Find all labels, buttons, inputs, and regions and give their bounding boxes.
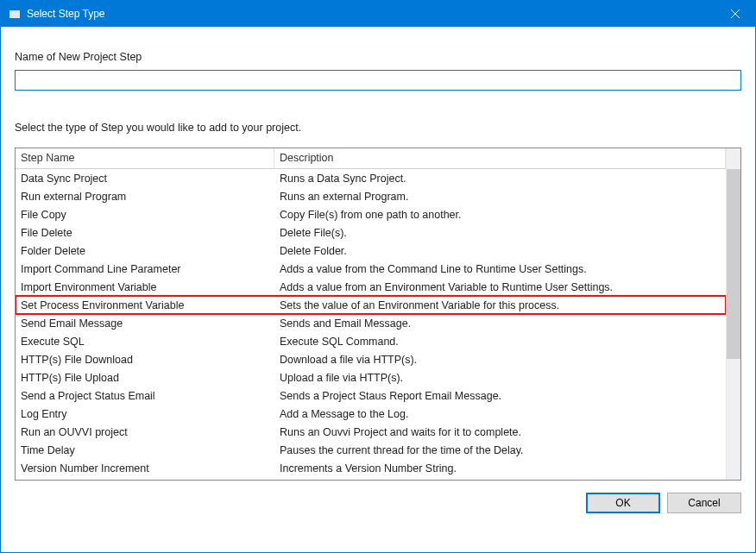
step-desc-cell: Sends a Project Staus Report Email Messa…: [274, 389, 726, 403]
step-name-cell: Version Number Increment: [16, 462, 274, 475]
table-row[interactable]: Data Sync ProjectRuns a Data Sync Projec…: [16, 169, 726, 187]
step-name-cell: Import Command Line Parameter: [16, 262, 274, 276]
step-desc-cell: Copy File(s) from one path to another.: [274, 208, 726, 222]
cancel-button[interactable]: Cancel: [667, 493, 741, 513]
step-desc-cell: Execute SQL Command.: [274, 335, 726, 349]
ok-button[interactable]: OK: [586, 493, 660, 513]
step-desc-cell: Adds a value from the Command Line to Ru…: [274, 262, 726, 276]
step-desc-cell: Pauses the current thread for the time o…: [274, 443, 726, 457]
step-name-cell: HTTP(s) File Download: [16, 353, 274, 367]
table-row[interactable]: Time DelayPauses the current thread for …: [16, 441, 726, 459]
step-name-cell: Log Entry: [16, 407, 274, 421]
table-row[interactable]: File CopyCopy File(s) from one path to a…: [16, 205, 726, 223]
step-name-cell: Set Process Environment Variable: [16, 298, 274, 312]
close-icon: [731, 9, 740, 18]
step-name-cell: Time Delay: [16, 443, 274, 457]
step-desc-cell: Sends and Email Message.: [274, 317, 726, 330]
close-button[interactable]: [715, 1, 755, 27]
column-header-name[interactable]: Step Name: [16, 148, 274, 168]
step-name-cell: Run an OUVVI project: [16, 425, 274, 439]
step-name-cell: Send Email Message: [16, 317, 274, 330]
step-name-cell: Data Sync Project: [16, 172, 274, 185]
app-icon: [8, 7, 22, 21]
instruction-label: Select the type of Step you would like t…: [15, 122, 741, 134]
step-desc-cell: Runs a Data Sync Project.: [274, 172, 726, 185]
dialog-body: Name of New Project Step Select the type…: [1, 27, 755, 552]
table-row[interactable]: Send Email MessageSends and Email Messag…: [16, 314, 726, 332]
svg-rect-1: [9, 10, 20, 12]
step-name-cell: Execute SQL: [16, 335, 274, 349]
dialog-window: Select Step Type Name of New Project Ste…: [0, 0, 756, 553]
step-name-cell: Send a Project Status Email: [16, 389, 274, 403]
table-row[interactable]: Folder DeleteDelete Folder.: [16, 242, 726, 260]
table-row[interactable]: Log EntryAdd a Message to the Log.: [16, 405, 726, 423]
table-row[interactable]: HTTP(s) File DownloadDownload a file via…: [16, 350, 726, 368]
table-row[interactable]: HTTP(s) File UploadUpload a file via HTT…: [16, 368, 726, 386]
dialog-footer: OK Cancel: [15, 481, 741, 513]
step-desc-cell: Runs an external Program.: [274, 190, 726, 204]
step-desc-cell: Upload a file via HTTP(s).: [274, 371, 726, 385]
step-name-cell: HTTP(s) File Upload: [16, 371, 274, 385]
table-row[interactable]: Set Process Environment VariableSets the…: [16, 296, 726, 314]
step-name-label: Name of New Project Step: [15, 51, 741, 63]
step-name-cell: File Delete: [16, 226, 274, 240]
table-row[interactable]: Version Number IncrementIncrements a Ver…: [16, 459, 726, 477]
step-desc-cell: Sets the value of an Environment Variabl…: [274, 298, 726, 312]
table-row[interactable]: File DeleteDelete File(s).: [16, 223, 726, 242]
table-row[interactable]: Execute SQLExecute SQL Command.: [16, 332, 726, 350]
step-name-cell: File Copy: [16, 208, 274, 222]
step-desc-cell: Adds a value from an Environment Variabl…: [274, 280, 726, 294]
column-header-desc[interactable]: Description: [274, 148, 726, 168]
window-title: Select Step Type: [27, 8, 715, 20]
table-row[interactable]: Run external ProgramRuns an external Pro…: [16, 187, 726, 205]
step-desc-cell: Increments a Version Number String.: [274, 462, 726, 475]
step-type-list: Step Name Description Data Sync ProjectR…: [15, 148, 741, 481]
step-desc-cell: Delete File(s).: [274, 226, 726, 240]
table-row[interactable]: Send a Project Status EmailSends a Proje…: [16, 386, 726, 405]
step-name-cell: Folder Delete: [16, 244, 274, 258]
titlebar: Select Step Type: [1, 1, 755, 27]
step-name-cell: Run external Program: [16, 190, 274, 204]
step-desc-cell: Download a file via HTTP(s).: [274, 353, 726, 367]
step-name-cell: Import Environment Variable: [16, 280, 274, 294]
scrollbar[interactable]: [726, 148, 740, 480]
step-desc-cell: Delete Folder.: [274, 244, 726, 258]
table-row[interactable]: Import Environment VariableAdds a value …: [16, 278, 726, 296]
table-row[interactable]: Run an OUVVI projectRuns an Ouvvi Projec…: [16, 423, 726, 441]
step-desc-cell: Runs an Ouvvi Project and waits for it t…: [274, 425, 726, 439]
step-desc-cell: Add a Message to the Log.: [274, 407, 726, 421]
table-row[interactable]: Import Command Line ParameterAdds a valu…: [16, 260, 726, 278]
list-header: Step Name Description: [16, 148, 726, 169]
scroll-thumb[interactable]: [727, 169, 740, 359]
step-name-input[interactable]: [15, 70, 741, 91]
